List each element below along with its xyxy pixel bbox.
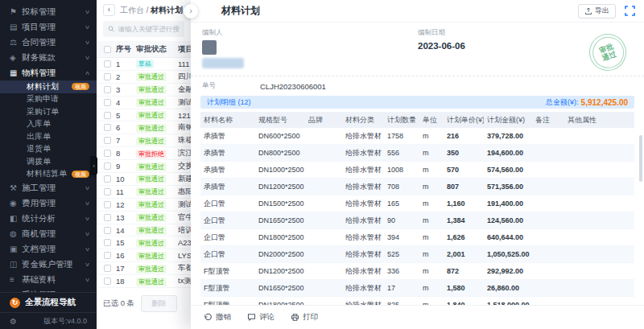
detail-table-row[interactable]: 承插管DN800*2500给排水管材556m350194,600.00 (200, 145, 634, 162)
row-checkbox[interactable] (104, 175, 111, 183)
detail-cell (532, 246, 564, 263)
sidebar-item-business[interactable]: ◍商机管理∨ (0, 226, 97, 241)
order-number-value: CLJH20230606001 (260, 82, 326, 91)
sidebar-collapse-handle[interactable]: ‹ (90, 156, 97, 175)
sidebar-item-expense[interactable]: ◉费用管理∨ (0, 195, 97, 211)
delete-button[interactable]: 删除 (141, 295, 177, 312)
sidebar-item-outbound[interactable]: 出库单 (0, 130, 97, 143)
sidebar-item-funds[interactable]: ◫资金账户管理∨ (0, 257, 97, 272)
drawer-collapse-handle[interactable]: › (184, 4, 198, 19)
row-checkbox[interactable] (104, 214, 111, 221)
status-badge: 审批通过 (136, 239, 167, 248)
detail-cell: 1758 (384, 128, 419, 145)
row-seq: 11 (116, 187, 136, 196)
status-badge: 审批通过 (136, 162, 167, 171)
detail-cell (532, 212, 564, 229)
status-badge: 审批通过 (136, 200, 167, 209)
detail-cell: DN1200*2500 (255, 263, 305, 280)
detail-cell (305, 297, 342, 306)
sidebar-item-purchase-order[interactable]: 采购订单 (0, 105, 97, 118)
sidebar-item-bid[interactable]: ⚑投标管理∨ (0, 4, 97, 19)
detail-table-row[interactable]: 承插管DN600*2500给排水管材1758m216379,728.00 (200, 128, 634, 145)
detail-table-row[interactable]: 承插管DN1000*2500给排水管材1008m570574,560.00 (200, 162, 634, 179)
row-checkbox[interactable] (104, 150, 111, 157)
row-checkbox[interactable] (104, 112, 111, 119)
status-badge: 审批通过 (136, 98, 167, 107)
sidebar-item-return[interactable]: 退货单 (0, 143, 97, 156)
comment-button[interactable]: 评论 (247, 312, 275, 323)
breadcrumb-root[interactable]: 工作台 (120, 6, 144, 14)
detail-cell (305, 280, 342, 297)
detail-table-row[interactable]: 企口管DN1800*2500给排水管材394m1,626640,644.00 (200, 229, 634, 246)
detail-cell (564, 263, 634, 280)
print-button[interactable]: 打印 (291, 312, 318, 323)
row-checkbox[interactable] (104, 265, 111, 272)
sidebar-item-finance[interactable]: ◈财务账款∨ (0, 50, 97, 65)
row-checkbox[interactable] (104, 227, 111, 234)
sidebar-item-base[interactable]: ≡基础资料∨ (0, 272, 97, 287)
sidebar-item-docs[interactable]: ▣文档管理∨ (0, 241, 97, 257)
row-checkbox[interactable] (104, 188, 111, 195)
project-icon: ▤ (10, 23, 22, 31)
row-checkbox[interactable] (104, 162, 111, 170)
version-text: 版本号:v4.0.0 (43, 316, 87, 327)
sidebar-item-material[interactable]: ▦物料管理∧ (0, 65, 97, 80)
row-checkbox[interactable] (104, 60, 111, 68)
sidebar-item-inbound[interactable]: 入库单 (0, 118, 97, 131)
row-seq: 16 (116, 251, 136, 260)
creator-name-redacted (202, 58, 244, 68)
row-checkbox[interactable] (104, 73, 111, 80)
drawer-title: 材料计划 (221, 4, 578, 18)
row-checkbox[interactable] (104, 137, 111, 144)
detail-table-row[interactable]: F型顶管DN1800*2500给排水管材825m1,8401,518,000.0… (200, 297, 634, 306)
sidebar-item-construction[interactable]: ⚒施工管理∨ (0, 180, 97, 195)
detail-column-header: 计划金额(¥) (484, 112, 532, 128)
row-checkbox[interactable] (104, 124, 111, 131)
search-input[interactable] (118, 25, 180, 33)
detail-table-row[interactable]: 承插管DN1200*2500给排水管材708m807571,356.00 (200, 179, 634, 195)
detail-cell (564, 162, 634, 179)
comment-icon (247, 313, 256, 322)
detail-table-row[interactable]: 企口管DN1500*2500给排水管材165m1,160191,400.00 (200, 195, 634, 212)
row-checkbox[interactable] (104, 252, 111, 259)
detail-cell: 给排水管材 (342, 229, 384, 246)
fullscreen-icon[interactable] (623, 5, 636, 18)
sidebar-item-transfer[interactable]: 调拨单 (0, 155, 97, 168)
sidebar-item-label: 投标管理 (22, 6, 85, 18)
detail-cell (564, 229, 634, 246)
sidebar-item-label: 合同管理 (22, 37, 85, 48)
search-box[interactable] (103, 21, 184, 37)
row-checkbox[interactable] (104, 99, 111, 106)
detail-cell (305, 263, 342, 280)
row-checkbox[interactable] (104, 278, 111, 285)
chevron-down-icon: ∨ (85, 246, 90, 253)
sidebar-item-material-plan[interactable]: 材料计划视频 (0, 80, 97, 93)
detail-table-row[interactable]: 企口管DN1650*2500给排水管材90m1,384124,560.00 (200, 212, 634, 229)
row-seq: 17 (116, 264, 136, 273)
scrollbar-thumb[interactable] (639, 135, 642, 182)
detail-table-row[interactable]: 企口管DN2000*2500给排水管材525m2,0011,050,525.00 (200, 246, 634, 263)
order-number-label: 单号 (202, 81, 260, 91)
detail-cell: 194,600.00 (484, 145, 532, 162)
row-checkbox[interactable] (104, 201, 111, 208)
detail-column-header: 材料分类 (342, 112, 384, 128)
sidebar-item-project[interactable]: ▤项目管理∨ (0, 19, 97, 35)
export-button[interactable]: 导出 (578, 4, 616, 19)
sidebar-item-purchase-request[interactable]: 采购申请 (0, 93, 97, 106)
sidebar-item-stats[interactable]: ◧统计分析∨ (0, 211, 97, 226)
chevron-down-icon: ∨ (85, 231, 90, 237)
undo-button[interactable]: 撤销 (204, 312, 231, 323)
detail-cell: m (419, 263, 444, 280)
sidebar-item-material-settlement[interactable]: 材料结算单视频 (0, 168, 97, 181)
row-checkbox[interactable] (104, 86, 111, 93)
panorama-nav-button[interactable]: ↻ 全景流程导航 (0, 293, 97, 312)
detail-cell: m (419, 246, 444, 263)
detail-table-row[interactable]: F型顶管DN1200*2500给排水管材336m872292,992.00 (200, 263, 634, 280)
status-badge: 审批拒绝 (136, 150, 167, 158)
back-button[interactable]: ‹ (103, 4, 115, 16)
select-all-checkbox[interactable] (104, 46, 111, 53)
detail-table-row[interactable]: F型顶管DN1650*2500给排水管材17m1,58026,860.00 (200, 280, 634, 297)
sidebar-item-contract[interactable]: ⚖合同管理∨ (0, 35, 97, 50)
row-checkbox[interactable] (104, 239, 111, 246)
settings-gear-icon[interactable]: ⚙ (10, 317, 17, 326)
